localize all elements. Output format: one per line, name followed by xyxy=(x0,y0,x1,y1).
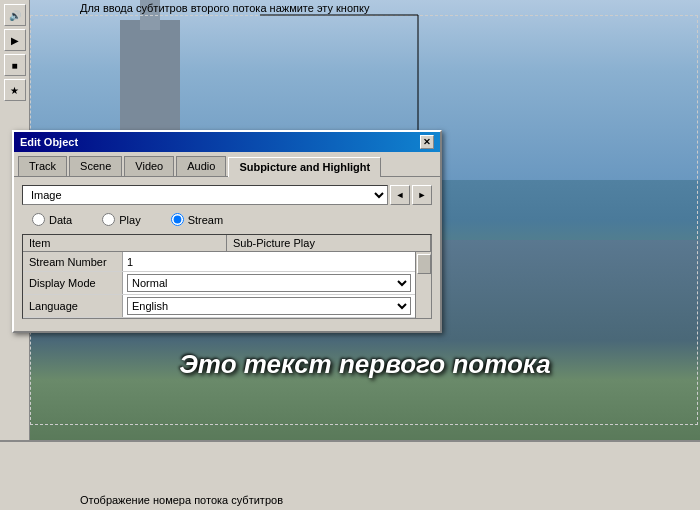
prop-row-language: Language English Russian French xyxy=(23,295,415,318)
dialog-titlebar: Edit Object ✕ xyxy=(14,132,440,152)
col-item-header: Item xyxy=(23,235,227,251)
radio-stream[interactable]: Stream xyxy=(171,213,223,226)
radio-play-input[interactable] xyxy=(102,213,115,226)
image-dropdown-row: Image Button ◄ ► xyxy=(22,185,432,205)
prop-scrollbar[interactable] xyxy=(415,252,431,318)
tab-track[interactable]: Track xyxy=(18,156,67,176)
subtitle-overlay: Это текст первого потока xyxy=(30,349,700,380)
prop-row-stream-number: Stream Number 1 xyxy=(23,252,415,272)
language-select[interactable]: English Russian French xyxy=(127,297,411,315)
prop-row-display-mode: Display Mode Normal Forced xyxy=(23,272,415,295)
highlight-icon[interactable]: ★ xyxy=(4,79,26,101)
display-mode-label: Display Mode xyxy=(23,272,123,294)
dialog-title: Edit Object xyxy=(20,136,78,148)
prop-area: Stream Number 1 Display Mode Normal Forc… xyxy=(23,252,431,318)
stream-number-label: Stream Number xyxy=(23,252,123,271)
tab-scene[interactable]: Scene xyxy=(69,156,122,176)
dialog-close-button[interactable]: ✕ xyxy=(420,135,434,149)
property-table: Item Sub-Picture Play Stream Number 1 Di… xyxy=(22,234,432,319)
image-select[interactable]: Image Button xyxy=(22,185,388,205)
radio-data[interactable]: Data xyxy=(32,213,72,226)
annotation-top: Для ввода субтитров второго потока нажми… xyxy=(80,2,369,14)
display-mode-value: Normal Forced xyxy=(123,272,415,294)
main-container: Это текст первого потока 🔊 ▶ ■ ★ Для вво… xyxy=(0,0,700,510)
video-icon[interactable]: ▶ xyxy=(4,29,26,51)
radio-play-label: Play xyxy=(119,214,140,226)
col-value-header: Sub-Picture Play xyxy=(227,235,431,251)
dialog-content: Image Button ◄ ► Data Play Stream xyxy=(14,176,440,331)
display-mode-select[interactable]: Normal Forced xyxy=(127,274,411,292)
dialog-tabs: Track Scene Video Audio Subpicture and H… xyxy=(14,152,440,176)
stream-number-value: 1 xyxy=(123,252,415,271)
radio-row: Data Play Stream xyxy=(22,213,432,226)
scrollbar-thumb[interactable] xyxy=(417,254,431,274)
nav-next-button[interactable]: ► xyxy=(412,185,432,205)
radio-data-input[interactable] xyxy=(32,213,45,226)
nav-prev-button[interactable]: ◄ xyxy=(390,185,410,205)
language-label: Language xyxy=(23,295,123,317)
language-value: English Russian French xyxy=(123,295,415,317)
radio-play[interactable]: Play xyxy=(102,213,140,226)
tab-video[interactable]: Video xyxy=(124,156,174,176)
scene-icon[interactable]: ■ xyxy=(4,54,26,76)
radio-stream-input[interactable] xyxy=(171,213,184,226)
bottom-bar: Отображение номера потока субтитров xyxy=(0,440,700,510)
tab-subpicture[interactable]: Subpicture and Highlight xyxy=(228,157,381,177)
speaker-icon[interactable]: 🔊 xyxy=(4,4,26,26)
radio-data-label: Data xyxy=(49,214,72,226)
prop-table-header: Item Sub-Picture Play xyxy=(23,235,431,252)
annotation-bottom: Отображение номера потока субтитров xyxy=(80,494,283,506)
edit-object-dialog: Edit Object ✕ Track Scene Video Audio Su… xyxy=(12,130,442,333)
prop-rows: Stream Number 1 Display Mode Normal Forc… xyxy=(23,252,415,318)
tab-audio[interactable]: Audio xyxy=(176,156,226,176)
radio-stream-label: Stream xyxy=(188,214,223,226)
